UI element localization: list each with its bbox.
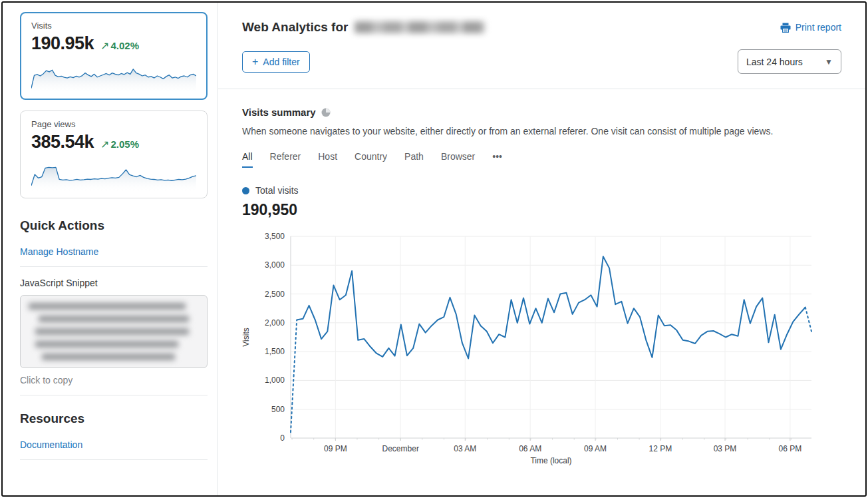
metric-card-page-views[interactable]: Page views 385.54k ↗2.05% — [20, 111, 208, 198]
svg-text:0: 0 — [280, 433, 285, 443]
manage-hostname-link[interactable]: Manage Hostname — [20, 246, 208, 257]
tabs-overflow-button[interactable]: ••• — [492, 151, 502, 168]
redacted-code-line — [35, 328, 188, 335]
resources-heading: Resources — [20, 411, 208, 426]
documentation-link[interactable]: Documentation — [20, 439, 208, 450]
legend-label: Total visits — [255, 185, 299, 196]
time-range-select[interactable]: Last 24 hours ▼ — [738, 49, 841, 74]
svg-text:1,000: 1,000 — [265, 375, 285, 385]
add-filter-button[interactable]: + Add filter — [242, 51, 310, 73]
svg-text:3,500: 3,500 — [265, 232, 285, 241]
metric-change: ↗4.02% — [100, 39, 139, 52]
page-title: Web Analytics for — [242, 20, 485, 35]
chart-legend: Total visits — [242, 185, 841, 196]
tab-browser[interactable]: Browser — [441, 151, 475, 168]
visits-line-chart: 05001,0001,5002,0002,5003,0003,50009 PMD… — [242, 227, 827, 467]
printer-icon — [780, 23, 791, 33]
redacted-domain — [355, 21, 485, 33]
legend-dot-icon — [242, 187, 249, 194]
svg-text:06 PM: 06 PM — [779, 444, 802, 453]
metric-value: 385.54k — [31, 132, 94, 152]
svg-text:2,500: 2,500 — [265, 290, 285, 299]
metric-label: Visits — [31, 21, 196, 31]
svg-text:Visits: Visits — [242, 328, 251, 346]
app-window: Visits 190.95k ↗4.02% Page views 385.54k… — [1, 1, 867, 497]
main-panel: Web Analytics for Print report + Add fil… — [217, 3, 865, 495]
plus-icon: + — [252, 57, 258, 67]
metric-label: Page views — [31, 119, 196, 129]
pie-help-icon — [321, 108, 331, 117]
visits-sparkline — [31, 58, 196, 93]
tab-all[interactable]: All — [242, 151, 253, 168]
redacted-code-line — [35, 341, 178, 348]
redacted-code-line — [29, 303, 186, 310]
total-visits-value: 190,950 — [242, 201, 841, 219]
summary-tabs: AllRefererHostCountryPathBrowser••• — [242, 151, 841, 168]
redacted-code-line — [42, 354, 175, 360]
metric-value: 190.95k — [31, 33, 94, 54]
trend-up-icon: ↗ — [100, 138, 109, 150]
sidebar: Visits 190.95k ↗4.02% Page views 385.54k… — [3, 3, 217, 495]
quick-actions-heading: Quick Actions — [20, 218, 208, 233]
metric-card-visits[interactable]: Visits 190.95k ↗4.02% — [20, 12, 208, 100]
visits-summary-title: Visits summary — [242, 107, 316, 118]
svg-text:Time (local): Time (local) — [530, 456, 571, 465]
page-views-sparkline — [31, 156, 196, 191]
trend-up-icon: ↗ — [100, 40, 109, 51]
print-report-button[interactable]: Print report — [780, 22, 841, 33]
redacted-code-line — [39, 316, 188, 322]
svg-text:12 PM: 12 PM — [649, 444, 672, 453]
svg-text:09 AM: 09 AM — [584, 444, 607, 453]
javascript-snippet-box[interactable] — [20, 295, 208, 368]
svg-text:09 PM: 09 PM — [324, 444, 347, 453]
svg-text:03 AM: 03 AM — [454, 444, 476, 453]
javascript-snippet-label: JavaScript Snippet — [20, 278, 208, 288]
svg-text:3,000: 3,000 — [265, 260, 285, 270]
divider — [20, 459, 208, 460]
svg-text:December: December — [382, 444, 419, 453]
divider — [20, 395, 208, 395]
chevron-down-icon: ▼ — [825, 57, 833, 67]
visits-summary-description: When someone navigates to your website, … — [242, 126, 841, 136]
tab-host[interactable]: Host — [318, 151, 337, 168]
tab-country[interactable]: Country — [355, 151, 387, 168]
svg-text:2,000: 2,000 — [265, 318, 285, 328]
svg-text:1,500: 1,500 — [265, 347, 285, 356]
click-to-copy-hint: Click to copy — [20, 375, 208, 385]
svg-text:500: 500 — [271, 405, 285, 414]
divider — [218, 89, 865, 89]
metric-change: ↗2.05% — [100, 138, 139, 150]
divider — [20, 266, 208, 267]
tab-path[interactable]: Path — [404, 151, 424, 168]
tab-referer[interactable]: Referer — [270, 151, 301, 168]
svg-text:03 PM: 03 PM — [714, 444, 737, 453]
svg-text:06 AM: 06 AM — [519, 444, 541, 453]
